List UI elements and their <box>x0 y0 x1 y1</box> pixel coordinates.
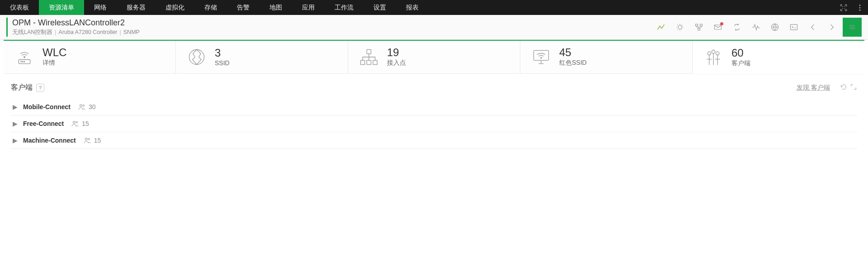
help-icon[interactable]: ? <box>36 84 44 92</box>
nav-settings[interactable]: 设置 <box>363 0 396 15</box>
svg-rect-9 <box>791 24 797 30</box>
svg-point-17 <box>24 61 25 62</box>
nav-dashboard[interactable]: 仪表板 <box>0 0 39 15</box>
svg-rect-21 <box>367 60 371 64</box>
svg-point-25 <box>708 52 711 55</box>
card-ssid[interactable]: 3 SSID <box>176 41 348 73</box>
svg-point-1 <box>859 7 860 8</box>
svg-point-32 <box>85 138 87 140</box>
header-actions <box>656 23 836 32</box>
collapse-icon[interactable] <box>835 0 852 15</box>
card-value: 3 <box>215 48 230 58</box>
page-subtitle: 无线LAN控制器|Aruba A7280 Controller|SNMP <box>12 29 140 36</box>
svg-rect-6 <box>698 29 700 30</box>
nav-maps[interactable]: 地图 <box>259 0 292 15</box>
topology-icon[interactable] <box>694 23 703 32</box>
expand-caret-icon[interactable]: ▶ <box>13 137 18 144</box>
svg-point-33 <box>88 138 90 140</box>
subtitle-product: Aruba A7280 Controller <box>59 29 118 35</box>
card-value: WLC <box>42 47 66 58</box>
svg-point-0 <box>859 5 860 5</box>
monitor-wifi-icon <box>531 47 551 67</box>
discover-clients-link[interactable]: 发现 客户端 <box>797 84 830 92</box>
hamburger-button[interactable] <box>843 18 862 37</box>
svg-point-3 <box>678 25 682 29</box>
clients-panel: 客户端 ? 发现 客户端 ▶ Mobile-Connect 30 ▶ Free-… <box>4 78 864 154</box>
nav-storage[interactable]: 存储 <box>194 0 227 15</box>
card-value: 45 <box>559 47 587 58</box>
subtitle-controller-type: 无线LAN控制器 <box>12 29 52 35</box>
svg-rect-22 <box>373 60 377 64</box>
nav-reports[interactable]: 报表 <box>396 0 429 15</box>
pulse-icon[interactable] <box>751 23 760 32</box>
card-label: 红色SSID <box>559 59 587 67</box>
nav-network[interactable]: 网络 <box>84 0 117 15</box>
card-label: 接入点 <box>387 59 406 67</box>
subtitle-protocol: SNMP <box>123 29 140 35</box>
nav-workflow[interactable]: 工作流 <box>325 0 363 15</box>
nav-server[interactable]: 服务器 <box>117 0 156 15</box>
message-dot-icon <box>720 22 723 25</box>
svg-point-30 <box>73 121 75 124</box>
row-users: 30 <box>78 103 96 111</box>
card-clients[interactable]: 60 客户端 <box>693 41 864 74</box>
svg-point-2 <box>859 10 860 10</box>
svg-point-26 <box>712 50 715 53</box>
client-row[interactable]: ▶ Mobile-Connect 30 <box>11 99 857 115</box>
top-nav: 仪表板 资源清单 网络 服务器 虚拟化 存储 告警 地图 应用 工作流 设置 报… <box>0 0 868 15</box>
title-block: OPM - WirelessLANController2 无线LAN控制器|Ar… <box>12 18 140 36</box>
svg-point-16 <box>22 61 23 62</box>
row-users: 15 <box>83 136 101 144</box>
expand-icon[interactable] <box>850 83 857 92</box>
nav-inventory[interactable]: 资源清单 <box>39 0 84 15</box>
card-red-ssid[interactable]: 45 红色SSID <box>520 41 693 73</box>
svg-rect-7 <box>715 25 722 29</box>
nav-virtualization[interactable]: 虚拟化 <box>156 0 194 15</box>
accent-bar <box>6 18 8 37</box>
row-name: Free-Connect <box>23 120 64 127</box>
expand-caret-icon[interactable]: ▶ <box>13 103 18 110</box>
terminal-icon[interactable] <box>789 23 798 32</box>
panel-title: 客户端 <box>11 83 33 92</box>
ap-icon <box>359 47 379 67</box>
row-count: 30 <box>89 103 96 110</box>
nav-alarms[interactable]: 告警 <box>227 0 259 15</box>
svg-point-31 <box>76 121 78 123</box>
stat-cards: WLC 详情 3 SSID 19 接入点 45 红色SSID <box>4 40 864 74</box>
svg-point-13 <box>24 57 25 58</box>
card-wlc[interactable]: WLC 详情 <box>4 41 176 73</box>
nav-apps[interactable]: 应用 <box>292 0 325 15</box>
card-value: 19 <box>387 47 406 58</box>
svg-point-24 <box>541 58 542 58</box>
refresh-icon[interactable] <box>840 83 847 92</box>
svg-point-27 <box>716 52 719 55</box>
chart-icon[interactable] <box>656 23 665 32</box>
card-label: SSID <box>215 59 230 67</box>
svg-rect-19 <box>367 50 371 54</box>
row-count: 15 <box>82 120 89 127</box>
row-users: 15 <box>71 120 89 128</box>
client-row[interactable]: ▶ Free-Connect 15 <box>11 115 857 132</box>
svg-point-18 <box>189 50 204 65</box>
loop-icon[interactable] <box>732 23 741 32</box>
wlc-icon <box>14 47 34 67</box>
clients-icon <box>703 48 723 67</box>
row-name: Machine-Connect <box>23 137 76 144</box>
card-value: 60 <box>731 48 750 58</box>
svg-point-29 <box>83 105 85 106</box>
card-ap[interactable]: 19 接入点 <box>348 41 520 73</box>
kebab-icon[interactable] <box>852 0 868 15</box>
row-count: 15 <box>94 137 101 144</box>
svg-rect-4 <box>696 24 698 26</box>
globe-icon[interactable] <box>770 23 779 32</box>
alert-icon[interactable] <box>675 23 684 32</box>
card-label: 详情 <box>42 59 66 67</box>
message-icon[interactable] <box>713 23 722 32</box>
svg-rect-5 <box>700 24 703 26</box>
expand-caret-icon[interactable]: ▶ <box>13 120 18 127</box>
svg-point-15 <box>21 61 22 62</box>
row-name: Mobile-Connect <box>23 103 71 110</box>
page-title: OPM - WirelessLANController2 <box>12 18 140 28</box>
client-row[interactable]: ▶ Machine-Connect 15 <box>11 132 857 149</box>
next-arrow[interactable] <box>827 23 836 32</box>
